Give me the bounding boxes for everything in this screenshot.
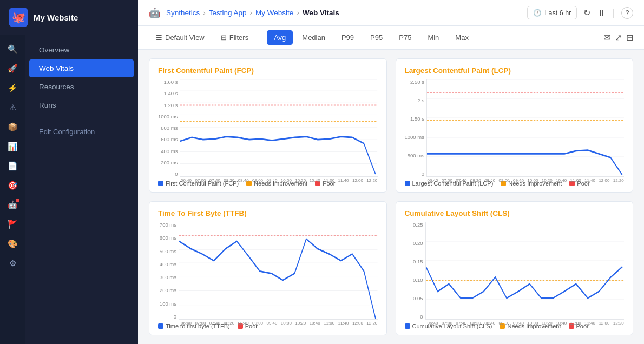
file-icon[interactable]: 📄	[4, 157, 22, 175]
sidebar-header: 🐙 My Website	[0, 0, 138, 35]
sidebar-item-overview[interactable]: Overview	[29, 41, 134, 59]
charts-grid: First Contentful Paint (FCP) 1.60 s1.40 …	[138, 50, 644, 344]
breadcrumb-sep-3: ›	[297, 9, 299, 17]
tab-min[interactable]: Min	[420, 30, 446, 45]
runs-label: Runs	[39, 101, 56, 109]
ttfb-chart-card: Time To First Byte (TTFB) 700 ms600 ms50…	[149, 201, 387, 335]
time-range-label: Last 6 hr	[545, 9, 571, 17]
palette-icon[interactable]: 🎨	[4, 235, 22, 253]
toolbar: ☰ Default View ⊟ Filters Avg Median P99 …	[138, 26, 644, 50]
breadcrumb-sep-2: ›	[250, 9, 253, 17]
tab-p99[interactable]: P99	[334, 30, 361, 45]
edit-config-label: Edit Configuration	[39, 128, 95, 136]
cls-x-labels: 06:4007:0007:4008:2008:4009:0009:4010:00…	[405, 321, 625, 326]
cls-chart-plot	[425, 222, 625, 320]
fcp-chart-plot	[180, 79, 377, 177]
fcp-chart-card: First Contentful Paint (FCP) 1.60 s1.40 …	[149, 58, 387, 193]
tab-p75[interactable]: P75	[392, 30, 418, 45]
breadcrumb: Synthetics › Testing App › My Website › …	[166, 9, 339, 17]
time-icon: 🕐	[533, 9, 542, 17]
help-icon[interactable]: ?	[621, 7, 633, 19]
mail-icon[interactable]: ✉	[603, 32, 610, 43]
sidebar-item-web-vitals[interactable]: Web Vitals	[29, 59, 134, 77]
filter-icon: ⊟	[221, 34, 227, 42]
resources-label: Resources	[39, 83, 74, 91]
sidebar: 🐙 My Website 🔍 🚀 ⚡ ⚠ 📦 📊 📄 🎯 🤖 🚩 🎨 ⚙ Ove…	[0, 0, 138, 344]
breadcrumb-sep-1: ›	[203, 9, 206, 17]
synthetics-icon: 🤖	[149, 7, 161, 19]
ttfb-x-labels: 06:4007:0007:4008:2008:4009:0009:4010:00…	[158, 321, 378, 326]
sidebar-title: My Website	[34, 13, 78, 22]
robot-icon[interactable]: 🤖	[4, 196, 22, 214]
ttfb-chart-plot	[179, 222, 378, 320]
cls-y-axis: 0.250.200.150.100.050	[405, 222, 425, 320]
app-logo: 🐙	[9, 8, 28, 27]
breadcrumb-synthetics[interactable]: Synthetics	[166, 9, 200, 17]
lcp-chart-card: Largest Contentful Paint (LCP) 2.50 s2 s…	[396, 58, 634, 193]
fcp-chart-area: 1.60 s1.40 s1.20 s1000 ms800 ms600 ms400…	[158, 79, 378, 177]
settings-icon[interactable]: ⚙	[5, 255, 20, 272]
tab-max[interactable]: Max	[448, 30, 476, 45]
lcp-chart-plot	[426, 79, 624, 177]
default-view-button[interactable]: ☰ Default View	[149, 30, 212, 45]
topbar: 🤖 Synthetics › Testing App › My Website …	[138, 0, 644, 26]
filters-label: Filters	[229, 34, 248, 42]
box-icon[interactable]: 📦	[4, 118, 22, 136]
view-icon: ☰	[156, 34, 162, 42]
pause-icon[interactable]: ⏸	[597, 8, 606, 18]
nav-section: Overview Web Vitals Resources Runs Edit …	[25, 35, 138, 344]
cls-chart-card: Cumulative Layout Shift (CLS) 0.250.200.…	[396, 201, 634, 335]
tab-median[interactable]: Median	[295, 30, 332, 45]
tab-p95[interactable]: P95	[363, 30, 390, 45]
lcp-y-axis: 2.50 s2 s1.50 s1000 ms500 ms0	[405, 79, 426, 177]
breadcrumb-testing-app[interactable]: Testing App	[209, 9, 247, 17]
sidebar-edit-config[interactable]: Edit Configuration	[29, 123, 134, 141]
filters-button[interactable]: ⊟ Filters	[214, 30, 255, 45]
columns-icon[interactable]: ⊟	[626, 32, 633, 43]
ttfb-chart-title: Time To First Byte (TTFB)	[158, 209, 378, 217]
ttfb-y-axis: 700 ms600 ms500 ms400 ms300 ms200 ms100 …	[158, 222, 179, 320]
fcp-x-labels: 06:4007:0007:4008:2008:4009:0009:4010:00…	[158, 178, 378, 183]
alert-icon[interactable]: ⚠	[5, 99, 20, 116]
toolbar-right: ✉ ⤢ ⊟	[603, 32, 633, 43]
sidebar-item-runs[interactable]: Runs	[29, 96, 134, 114]
web-vitals-label: Web Vitals	[39, 64, 74, 72]
breadcrumb-current: Web Vitals	[303, 9, 339, 17]
overview-label: Overview	[39, 46, 69, 54]
lcp-x-labels: 06:4007:0007:4008:2008:4009:0009:4010:00…	[405, 178, 625, 183]
breadcrumb-my-website[interactable]: My Website	[255, 9, 293, 17]
icon-strip: 🔍 🚀 ⚡ ⚠ 📦 📊 📄 🎯 🤖 🚩 🎨 ⚙	[0, 35, 25, 344]
search-icon[interactable]: 🔍	[4, 41, 22, 58]
target-icon[interactable]: 🎯	[4, 177, 22, 194]
fcp-chart-title: First Contentful Paint (FCP)	[158, 67, 378, 75]
flag-icon[interactable]: 🚩	[4, 216, 22, 233]
cls-chart-title: Cumulative Layout Shift (CLS)	[405, 209, 625, 217]
grid-icon[interactable]: ⚡	[4, 80, 22, 97]
tab-avg[interactable]: Avg	[267, 30, 293, 45]
ttfb-chart-area: 700 ms600 ms500 ms400 ms300 ms200 ms100 …	[158, 222, 378, 320]
time-range-selector[interactable]: 🕐 Last 6 hr	[527, 6, 577, 19]
sidebar-item-resources[interactable]: Resources	[29, 78, 134, 96]
toolbar-separator	[261, 31, 261, 44]
default-view-label: Default View	[165, 34, 205, 42]
lcp-chart-title: Largest Contentful Paint (LCP)	[405, 67, 625, 75]
cls-chart-area: 0.250.200.150.100.050	[405, 222, 625, 320]
topbar-separator: |	[612, 7, 615, 18]
rocket-icon[interactable]: 🚀	[4, 60, 22, 77]
lcp-chart-area: 2.50 s2 s1.50 s1000 ms500 ms0	[405, 79, 625, 177]
refresh-icon[interactable]: ↻	[583, 8, 590, 18]
fcp-y-axis: 1.60 s1.40 s1.20 s1000 ms800 ms600 ms400…	[158, 79, 180, 177]
main-content: 🤖 Synthetics › Testing App › My Website …	[138, 0, 644, 344]
expand-icon[interactable]: ⤢	[615, 32, 622, 43]
topbar-right: 🕐 Last 6 hr ↻ ⏸ | ?	[527, 6, 633, 19]
chart-icon[interactable]: 📊	[4, 138, 22, 155]
